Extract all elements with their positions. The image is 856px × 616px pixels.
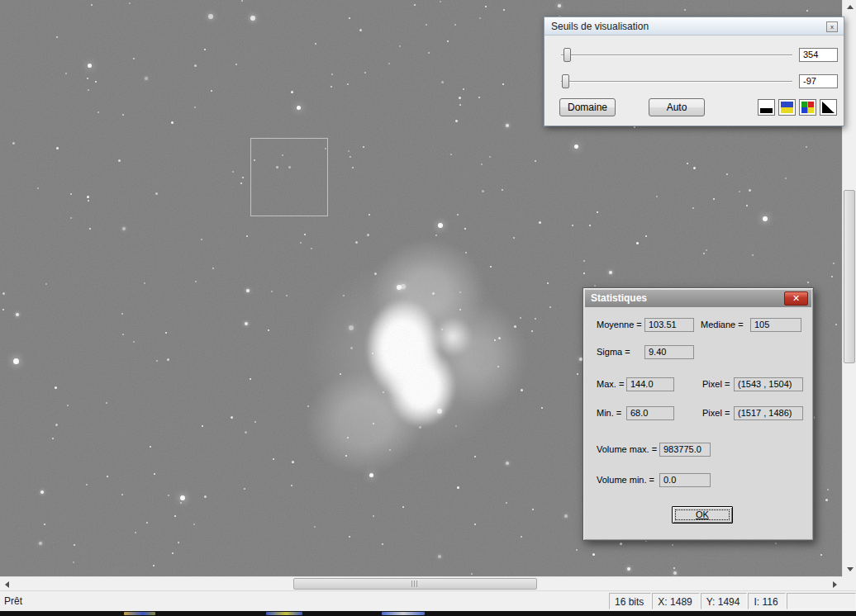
- stats-row-min: Min. = 68.0 Pixel = (1517 , 1486): [583, 406, 815, 422]
- star: [40, 490, 44, 494]
- star: [825, 499, 828, 501]
- taskbar-fragment: [382, 612, 425, 615]
- star: [447, 40, 449, 42]
- vertical-scroll-thumb[interactable]: [844, 190, 855, 363]
- star: [193, 524, 195, 525]
- max-value: 144.0: [626, 377, 674, 391]
- star: [673, 567, 675, 569]
- star: [153, 565, 155, 566]
- star: [687, 163, 688, 164]
- star: [254, 421, 256, 423]
- stats-title-bar[interactable]: Statistiques: [585, 290, 811, 307]
- mediane-label: Mediane =: [701, 318, 744, 332]
- scroll-left-button[interactable]: [0, 577, 14, 591]
- star: [144, 282, 145, 284]
- star: [359, 29, 362, 31]
- horizontal-scroll-thumb[interactable]: [293, 578, 537, 590]
- star: [438, 555, 441, 558]
- star: [122, 334, 124, 335]
- auto-button[interactable]: Auto: [649, 98, 705, 116]
- volume-max-label: Volume max. =: [597, 443, 657, 457]
- star: [532, 509, 534, 510]
- bright-star: [88, 64, 92, 68]
- scroll-up-button[interactable]: [843, 0, 856, 14]
- scroll-up-icon: [847, 5, 854, 9]
- star: [194, 64, 197, 67]
- star: [589, 225, 591, 226]
- star: [55, 424, 58, 426]
- status-bitdepth: 16 bits: [609, 593, 651, 609]
- star: [208, 14, 213, 19]
- star: [204, 495, 207, 498]
- star: [174, 515, 176, 517]
- selection-rectangle[interactable]: [250, 138, 328, 216]
- seuils-title-bar[interactable]: Seuils de visualisation: [545, 17, 844, 36]
- low-threshold-value[interactable]: -97: [799, 74, 838, 88]
- star: [373, 515, 374, 517]
- scroll-right-button[interactable]: [828, 577, 842, 591]
- star: [89, 228, 91, 230]
- star: [471, 573, 473, 575]
- star: [86, 484, 88, 486]
- high-threshold-value[interactable]: 354: [799, 48, 838, 62]
- star: [583, 272, 585, 274]
- status-bar: Prêt 16 bits X: 1489 Y: 1494 I: 116: [0, 590, 856, 611]
- horizontal-scrollbar[interactable]: [0, 576, 842, 590]
- star: [70, 217, 72, 219]
- star: [178, 542, 179, 543]
- palette-gradient-button[interactable]: [820, 99, 837, 116]
- star: [180, 502, 182, 504]
- star: [502, 189, 503, 191]
- star: [706, 249, 707, 251]
- star: [122, 114, 124, 116]
- star: [746, 205, 748, 206]
- palette-bw-button[interactable]: [758, 99, 775, 116]
- star: [331, 73, 333, 75]
- palette-rainbow-button[interactable]: [799, 99, 816, 116]
- star: [572, 225, 573, 226]
- scroll-grip-icon: [411, 580, 419, 587]
- star: [246, 235, 248, 237]
- star: [87, 78, 88, 79]
- star: [503, 9, 505, 11]
- close-icon: ✕: [792, 293, 800, 303]
- star: [73, 562, 74, 563]
- star: [232, 171, 234, 173]
- star: [121, 494, 123, 495]
- star: [833, 263, 835, 264]
- taskbar-fragment: [266, 612, 302, 615]
- star: [388, 63, 390, 64]
- star: [16, 313, 19, 316]
- star: [350, 156, 351, 158]
- ok-button[interactable]: OK: [672, 506, 733, 524]
- star: [502, 83, 504, 85]
- low-threshold-track[interactable]: [561, 81, 792, 83]
- high-threshold-slider[interactable]: [564, 48, 571, 62]
- star: [576, 549, 578, 551]
- star: [315, 43, 316, 45]
- domaine-button[interactable]: Domaine: [559, 98, 616, 116]
- palette-blue-yellow-button[interactable]: [778, 99, 796, 116]
- seuils-mini-button[interactable]: x: [826, 21, 838, 32]
- star: [506, 124, 509, 127]
- star: [118, 159, 121, 162]
- stats-close-button[interactable]: ✕: [784, 291, 808, 306]
- star: [107, 476, 108, 477]
- star: [156, 360, 158, 362]
- min-value: 68.0: [626, 406, 674, 420]
- star: [831, 276, 833, 277]
- star: [402, 506, 404, 508]
- star: [489, 156, 491, 158]
- high-threshold-row: 354: [545, 47, 845, 64]
- star: [155, 192, 158, 195]
- star: [74, 544, 75, 546]
- status-cursor-x: X: 1489: [652, 593, 699, 609]
- scrollbar-corner: [842, 576, 856, 590]
- star: [231, 416, 233, 419]
- star: [129, 2, 131, 4]
- star: [44, 524, 45, 525]
- high-threshold-track[interactable]: [561, 54, 792, 56]
- scroll-down-button[interactable]: [843, 562, 856, 576]
- low-threshold-slider[interactable]: [562, 74, 569, 88]
- star: [564, 514, 568, 518]
